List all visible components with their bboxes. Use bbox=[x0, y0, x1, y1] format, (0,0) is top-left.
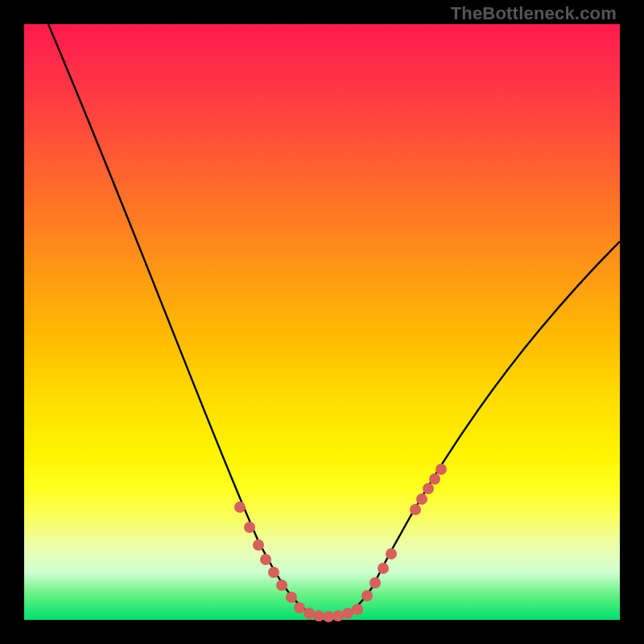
marker-dot bbox=[303, 608, 315, 619]
marker-group bbox=[234, 464, 447, 622]
marker-dot bbox=[260, 554, 271, 565]
marker-dot bbox=[268, 567, 279, 578]
marker-dot bbox=[286, 592, 297, 603]
marker-dot bbox=[410, 504, 421, 515]
marker-dot bbox=[294, 602, 305, 613]
marker-dot bbox=[386, 548, 397, 559]
marker-dot bbox=[276, 580, 287, 591]
marker-dot bbox=[332, 610, 344, 621]
marker-dot bbox=[342, 608, 353, 619]
marker-dot bbox=[352, 604, 363, 615]
marker-dot bbox=[369, 577, 381, 588]
marker-dot bbox=[253, 539, 264, 551]
marker-dot bbox=[361, 590, 373, 601]
marker-dot bbox=[436, 464, 447, 475]
bottleneck-curve bbox=[48, 24, 620, 617]
marker-dot bbox=[244, 522, 255, 533]
marker-dot bbox=[313, 610, 324, 621]
marker-dot bbox=[234, 502, 246, 513]
marker-dot bbox=[378, 563, 389, 574]
chart-frame: TheBottleneck.com bbox=[0, 0, 644, 644]
curve-layer bbox=[24, 24, 620, 620]
curve-group bbox=[48, 24, 620, 617]
marker-dot bbox=[323, 611, 334, 622]
watermark-text: TheBottleneck.com bbox=[451, 3, 617, 24]
marker-dot bbox=[416, 493, 427, 505]
marker-dot bbox=[423, 483, 434, 494]
marker-dot bbox=[429, 473, 440, 485]
